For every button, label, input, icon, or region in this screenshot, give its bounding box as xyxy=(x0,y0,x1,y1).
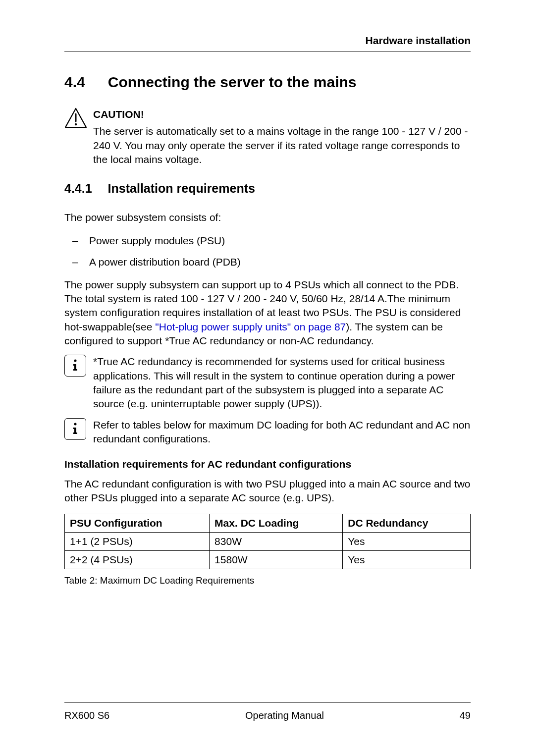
table-cell: 1+1 (2 PSUs) xyxy=(65,533,210,551)
page-header: Hardware installation xyxy=(64,35,471,52)
info-text: Refer to tables below for maximum DC loa… xyxy=(93,418,471,446)
psu-config-table: PSU Configuration Max. DC Loading DC Red… xyxy=(64,514,471,569)
info-text: *True AC redundancy is recommended for s… xyxy=(93,355,471,411)
paragraph-psu: The power supply subsystem can support u… xyxy=(64,278,471,348)
info-block-tables: Refer to tables below for maximum DC loa… xyxy=(64,418,471,446)
table-cell: 2+2 (4 PSUs) xyxy=(65,551,210,569)
component-list: Power supply modules (PSU) A power distr… xyxy=(64,233,471,270)
footer-right: 49 xyxy=(460,710,471,721)
svg-point-2 xyxy=(74,360,77,362)
info-block-redundancy: *True AC redundancy is recommended for s… xyxy=(64,355,471,411)
footer-center: Operating Manual xyxy=(245,710,324,721)
table-cell: Yes xyxy=(343,551,471,569)
caution-block: CAUTION! The server is automatically set… xyxy=(64,108,471,166)
footer-left: RX600 S6 xyxy=(64,710,109,721)
section-title: Connecting the server to the mains xyxy=(108,74,357,90)
table-header-row: PSU Configuration Max. DC Loading DC Red… xyxy=(65,514,471,533)
table-row: 2+2 (4 PSUs) 1580W Yes xyxy=(65,551,471,569)
caution-text: CAUTION! The server is automatically set… xyxy=(93,108,471,166)
header-title: Hardware installation xyxy=(366,35,471,46)
table-cell: 830W xyxy=(210,533,343,551)
table-cell: 1580W xyxy=(210,551,343,569)
sub-heading-ac-redundant: Installation requirements for AC redunda… xyxy=(64,458,471,470)
cross-reference-link[interactable]: "Hot-plug power supply units" on page 87 xyxy=(155,321,346,332)
subsection-title: Installation requirements xyxy=(108,181,255,195)
subsection-heading: 4.4.1Installation requirements xyxy=(64,181,471,196)
table-header: Max. DC Loading xyxy=(210,514,343,533)
table-header: PSU Configuration xyxy=(65,514,210,533)
table-row: 1+1 (2 PSUs) 830W Yes xyxy=(65,533,471,551)
list-item: Power supply modules (PSU) xyxy=(64,233,471,249)
svg-point-1 xyxy=(75,123,77,125)
list-item: A power distribution board (PDB) xyxy=(64,254,471,270)
info-icon xyxy=(64,355,93,411)
intro-paragraph: The power subsystem consists of: xyxy=(64,211,471,224)
paragraph-ac-config: The AC redundant configuration is with t… xyxy=(64,477,471,505)
section-heading: 4.4Connecting the server to the mains xyxy=(64,74,471,91)
section-number: 4.4 xyxy=(64,74,85,91)
caution-label: CAUTION! xyxy=(93,108,471,121)
table-cell: Yes xyxy=(343,533,471,551)
caution-body: The server is automatically set to a mai… xyxy=(93,125,468,165)
info-icon xyxy=(64,418,93,446)
warning-icon xyxy=(64,108,92,166)
table-caption: Table 2: Maximum DC Loading Requirements xyxy=(64,575,471,586)
table-header: DC Redundancy xyxy=(343,514,471,533)
svg-point-3 xyxy=(74,423,77,425)
subsection-number: 4.4.1 xyxy=(64,181,92,196)
page-footer: RX600 S6 Operating Manual 49 xyxy=(64,702,471,721)
